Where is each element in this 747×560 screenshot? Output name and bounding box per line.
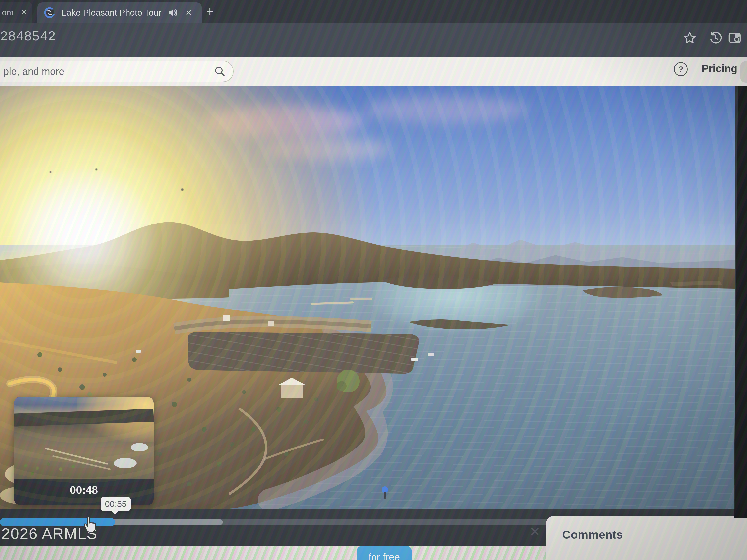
close-tab-icon[interactable]: ✕ [185,8,192,18]
signup-free-button-label: for free [368,552,400,560]
site-favicon-icon [44,7,55,19]
search-icon[interactable] [214,66,226,77]
seek-preview-time: 00:48 [14,484,154,496]
tab-search-side-panel-icon[interactable] [727,31,742,45]
account-button[interactable] [740,61,747,83]
tab-audio-speaker-icon[interactable] [168,8,179,18]
seek-preview-image [14,397,154,479]
previous-tab-label: om [2,8,14,18]
url-text[interactable]: 02848542 [0,28,56,43]
bookmark-star-icon[interactable] [683,31,697,45]
active-tab-title: Lake Pleasant Photo Tour [62,8,161,18]
photographed-screen: om ✕ Lake Pleasant Photo Tour ✕ + 028485… [0,0,747,560]
history-icon[interactable] [709,31,723,45]
browser-address-bar[interactable]: 02848542 [0,23,747,57]
previous-tab[interactable]: om ✕ [0,2,32,23]
search-bar[interactable] [0,61,234,82]
pricing-link[interactable]: Pricing [702,63,737,75]
comments-panel[interactable]: Comments [546,516,747,560]
seek-tooltip-time: 00:55 [105,499,127,509]
bird-speck [95,168,97,170]
blue-umbrella [382,486,388,493]
bird-speck [181,188,183,191]
close-icon[interactable]: ✕ [530,524,540,539]
seek-tooltip: 00:55 [101,497,131,511]
hand-cursor [82,516,98,533]
site-toolbar: ? Pricing [0,57,747,86]
help-icon[interactable]: ? [674,62,688,76]
bird-speck [50,171,51,173]
browser-tab-bar: om ✕ Lake Pleasant Photo Tour ✕ + [0,0,747,23]
search-input[interactable] [3,66,214,77]
new-tab-button[interactable]: + [206,5,214,18]
comments-header: Comments [562,528,623,541]
signup-free-button[interactable]: for free [357,545,412,560]
screen-bezel [733,86,747,518]
active-tab[interactable]: Lake Pleasant Photo Tour ✕ [37,2,202,23]
seek-preview-thumbnail: 00:48 [14,397,154,505]
close-icon[interactable]: ✕ [21,8,27,17]
